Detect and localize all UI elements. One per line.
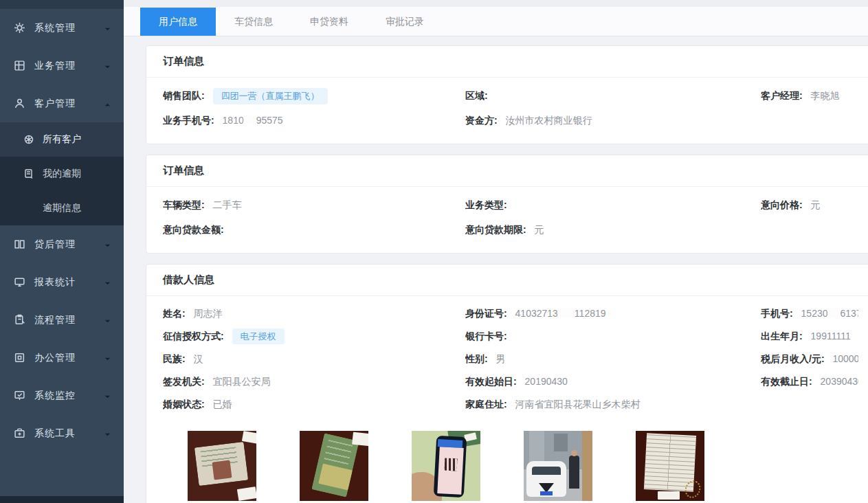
person-head-art — [571, 450, 577, 456]
card-title: 订单信息 — [146, 46, 868, 78]
sidebar-item-label: 流程管理 — [34, 314, 104, 326]
field-label: 业务类型: — [465, 199, 507, 210]
field-intent-price: 意向价格: 元 — [761, 199, 858, 212]
field-value: 汉 — [194, 353, 203, 364]
sidebar-item-business-mgmt[interactable]: 业务管理 — [0, 47, 124, 85]
notebook-icon — [23, 168, 34, 179]
toolbox-icon — [14, 427, 25, 439]
sidebar-item-label: 系统监控 — [34, 390, 104, 402]
field-birth-date: 出生年月: 19911111 — [761, 331, 858, 343]
field-value: 周志洋 — [194, 308, 223, 319]
field-home-address: 家庭住址: 河南省宜阳县花果山乡木柴村 — [465, 399, 761, 411]
qr-code-art — [445, 458, 458, 471]
top-gap — [124, 0, 868, 7]
sidebar-item-process-mgmt[interactable]: 流程管理 — [0, 301, 124, 339]
chevron-down-icon — [104, 392, 111, 399]
field-intent-loan-amount: 意向贷款金额: — [163, 224, 465, 236]
field-label: 税后月收入/元: — [761, 353, 825, 364]
chevron-up-icon — [104, 100, 111, 107]
field-sales-team: 销售团队: 四团一营（直属王鹏飞） — [163, 88, 465, 104]
grid-icon — [14, 60, 25, 71]
sidebar-item-overdue-info[interactable]: 逾期信息 — [0, 191, 124, 225]
tab-user-info[interactable]: 用户信息 — [140, 8, 216, 36]
credit-auth-tag: 电子授权 — [232, 328, 285, 345]
sidebar-top-shade — [0, 0, 124, 9]
tab-car-loan-info[interactable]: 车贷信息 — [216, 8, 291, 36]
monitor-icon — [14, 276, 25, 288]
sidebar-item-report-stats[interactable]: 报表统计 — [0, 263, 124, 301]
field-account-manager: 客户经理: 李晓旭 — [761, 90, 858, 102]
field-funding-party: 资金方: 汝州市农村商业银行 — [465, 115, 761, 127]
sidebar-item-label: 系统管理 — [34, 22, 104, 34]
field-vehicle-type: 车辆类型: 二手车 — [163, 199, 465, 212]
field-value: 汝州市农村商业银行 — [506, 115, 592, 126]
certificate-document-photo-thumbnail[interactable] — [636, 431, 704, 501]
field-business-phone: 业务手机号: 181095575 — [163, 115, 465, 127]
field-value: 元 — [811, 199, 821, 210]
field-label: 销售团队: — [163, 90, 205, 101]
sidebar-item-label: 逾期信息 — [43, 202, 81, 214]
field-monthly-income: 税后月收入/元: 10000 — [761, 353, 858, 366]
field-business-type: 业务类型: — [465, 199, 761, 212]
field-label: 出生年月: — [761, 331, 803, 342]
tab-approval-records[interactable]: 审批记录 — [367, 8, 443, 36]
field-marital-status: 婚姻状态: 已婚 — [163, 399, 465, 411]
paper-scrap — [352, 432, 368, 447]
card-title: 借款人信息 — [146, 265, 868, 296]
sidebar-item-system-mgmt[interactable]: 系统管理 — [0, 9, 124, 47]
drivers-license-photo-thumbnail[interactable] — [300, 431, 368, 501]
square-icon — [14, 352, 25, 364]
id-card-photo-thumbnail[interactable] — [188, 431, 256, 501]
field-label: 意向价格: — [761, 199, 803, 210]
sidebar: 系统管理 业务管理 客户管理 所有客户 我的逾期 逾期信息 — [0, 0, 124, 503]
field-label: 意向贷款期限: — [465, 224, 526, 235]
field-value: 20190430 — [525, 376, 568, 387]
field-id-number: 身份证号: 41032713112819 — [465, 308, 761, 320]
tab-loan-application-docs[interactable]: 申贷资料 — [291, 8, 367, 36]
field-value: 河南省宜阳县花果山乡木柴村 — [515, 399, 641, 410]
field-label: 有效起始日: — [465, 376, 517, 387]
authorization-screenshot-thumbnail[interactable] — [412, 431, 480, 501]
clipboard-icon — [14, 314, 25, 326]
field-value: 已婚 — [213, 399, 232, 410]
field-label: 区域: — [465, 90, 488, 101]
field-ethnicity: 民族: 汉 — [163, 353, 465, 366]
field-label: 婚姻状态: — [163, 399, 205, 410]
sidebar-item-system-tools[interactable]: 系统工具 — [0, 414, 124, 452]
field-region: 区域: — [465, 90, 761, 102]
building-art — [554, 434, 568, 451]
field-value: 19911111 — [811, 331, 851, 342]
sales-team-tag[interactable]: 四团一营（直属王鹏飞） — [213, 88, 328, 104]
field-issuing-authority: 签发机关: 宜阳县公安局 — [163, 376, 465, 388]
sidebar-item-postloan-mgmt[interactable]: 贷后管理 — [0, 225, 124, 263]
sidebar-item-label: 客户管理 — [34, 98, 104, 110]
field-value: 李晓旭 — [811, 90, 840, 101]
field-label: 性别: — [465, 353, 488, 364]
sidebar-item-label: 系统工具 — [34, 427, 104, 440]
field-value: 181095575 — [223, 115, 283, 126]
car-windshield-art — [532, 467, 561, 475]
monitor-check-icon — [14, 390, 25, 401]
field-label: 业务手机号: — [163, 115, 214, 126]
wheel-icon — [23, 134, 34, 145]
gear-icon — [14, 22, 25, 34]
field-value: 152306137 — [801, 308, 858, 319]
person-car-photo-thumbnail[interactable] — [524, 431, 592, 501]
field-name: 姓名: 周志洋 — [163, 308, 465, 320]
field-label: 身份证号: — [465, 308, 507, 319]
sidebar-item-system-monitor[interactable]: 系统监控 — [0, 377, 124, 414]
sidebar-bottom-shade — [0, 496, 124, 503]
field-label: 车辆类型: — [163, 199, 205, 210]
id-card-portrait — [212, 460, 232, 480]
sidebar-item-customer-mgmt[interactable]: 客户管理 — [0, 85, 124, 122]
sidebar-item-my-overdue[interactable]: 我的逾期 — [0, 157, 124, 191]
car-plate-art — [540, 491, 553, 495]
id-prefix: 41032713 — [515, 308, 558, 319]
sidebar-item-label: 贷后管理 — [34, 238, 104, 251]
sidebar-item-all-customers[interactable]: 所有客户 — [0, 122, 124, 157]
mobile-prefix: 15230 — [801, 308, 828, 319]
field-valid-to: 有效截止日: 20390430 — [761, 376, 858, 388]
sidebar-item-office-mgmt[interactable]: 办公管理 — [0, 339, 124, 377]
mobile-suffix: 6137 — [841, 308, 859, 319]
main-content: 用户信息 车贷信息 申贷资料 审批记录 订单信息 销售团队: 四团一营（直属王鹏… — [124, 0, 868, 503]
